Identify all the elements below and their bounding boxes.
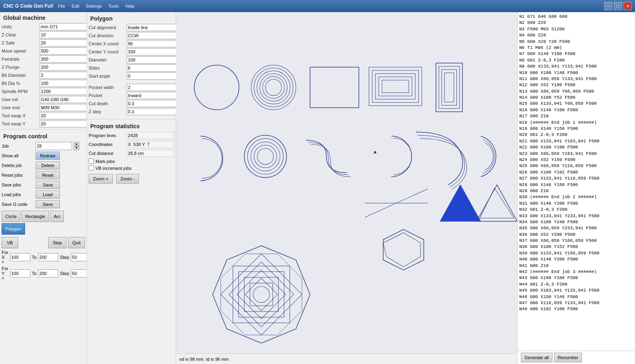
quit-button[interactable]: Quit bbox=[68, 237, 85, 248]
gcode-line: N38 G00 X100 Y152 F500 bbox=[519, 244, 633, 250]
gcode-line: N29 G00 Z10 bbox=[519, 188, 633, 194]
bitdiam-input[interactable] bbox=[40, 72, 87, 79]
menu-help[interactable]: Help bbox=[125, 4, 134, 8]
show-all-row: Show all Redraw bbox=[0, 151, 87, 161]
cut-distance-row: Cut distance 28,8 cm bbox=[87, 149, 176, 158]
start-angle-row: Start angle bbox=[87, 72, 176, 80]
circle-button[interactable]: Circle bbox=[2, 211, 20, 222]
toolswapx-input[interactable] bbox=[40, 112, 87, 119]
zclear-input[interactable] bbox=[40, 31, 87, 38]
mark-jobs-checkbox[interactable] bbox=[89, 159, 94, 164]
gcode-line: N41 G00 Z10 bbox=[519, 263, 633, 269]
zplunge-input[interactable] bbox=[40, 63, 87, 71]
menu-edit[interactable]: Edit bbox=[72, 4, 79, 8]
gcode-line: N30 (###### End job 2 ######) bbox=[519, 194, 633, 200]
zoom-plus-button[interactable]: Zoom + bbox=[89, 174, 113, 184]
save-jobs-button[interactable]: Save bbox=[36, 181, 60, 189]
job-spinner[interactable]: ▲ ▼ bbox=[74, 142, 79, 150]
reset-button[interactable]: Reset bbox=[36, 171, 60, 179]
reset-jobs-row: Reset jobs Reset bbox=[0, 170, 87, 180]
zsafe-label: Z Safe bbox=[2, 40, 38, 45]
for-x-step[interactable] bbox=[71, 253, 87, 261]
close-button[interactable]: ✕ bbox=[624, 2, 632, 10]
gcode-line: N6 T1 M06 (2 mm) bbox=[519, 45, 633, 51]
gcode-line: N7 G00 X148 Y100 F500 bbox=[519, 51, 633, 57]
save-jobs-row: Save jobs Save bbox=[0, 180, 87, 190]
shape-buttons-row: Circle Rectangle Arc Polygon bbox=[0, 209, 87, 236]
menu-settings[interactable]: Settings bbox=[86, 4, 102, 8]
cut-align-label: Cut alignment bbox=[89, 25, 125, 30]
arc-button[interactable]: Arc bbox=[50, 211, 64, 222]
vb-button[interactable]: VB bbox=[2, 237, 18, 248]
job-spin-down[interactable]: ▼ bbox=[74, 146, 79, 150]
program-lines-value: 2428 bbox=[127, 132, 174, 139]
mark-jobs-label: Mark jobs bbox=[96, 159, 115, 164]
for-x-to-label: To bbox=[32, 255, 37, 260]
pocket-label: Pocket bbox=[89, 93, 125, 98]
vb-increment-checkbox[interactable] bbox=[89, 165, 94, 171]
job-input[interactable] bbox=[36, 142, 72, 150]
redraw-button[interactable]: Redraw bbox=[36, 152, 60, 160]
zsafe-input[interactable] bbox=[40, 39, 87, 47]
units-input[interactable] bbox=[40, 23, 87, 30]
center-x-label: Center X coord bbox=[89, 41, 125, 46]
menu-file[interactable]: File bbox=[58, 4, 65, 8]
gcode-line: N5 G00 X20 Y20 F500 bbox=[519, 39, 633, 45]
gcode-line: N40 G00 X148 Y200 F500 bbox=[519, 256, 633, 262]
sides-label: Sides bbox=[89, 66, 125, 70]
zclear-row: Z Clear bbox=[0, 31, 87, 39]
delete-job-label: Delete job bbox=[2, 163, 34, 168]
for-x-to[interactable] bbox=[38, 253, 58, 261]
for-y-step[interactable] bbox=[71, 269, 87, 277]
minimize-button[interactable]: ─ bbox=[604, 2, 612, 10]
svg-point-23 bbox=[374, 151, 376, 154]
z-step-row: Z step bbox=[87, 108, 176, 116]
for-y-row: For Y = To Step bbox=[0, 265, 87, 281]
spindle-label: Spindle RPM bbox=[2, 89, 38, 94]
movespeed-label: Move speed bbox=[2, 49, 38, 53]
gcode-line: N4 G00 Z20 bbox=[519, 32, 633, 38]
toolswapy-input[interactable] bbox=[40, 120, 87, 127]
bitdiam-row: Bit Diameter bbox=[0, 71, 87, 79]
left-panel: Global machine Units Z Clear Z Safe Move… bbox=[0, 12, 87, 364]
menu-tools[interactable]: Tools bbox=[108, 4, 119, 8]
gcode-display[interactable]: N1 G71 G40 G80 G90N2 G00 Z20N3 F500 M03 … bbox=[518, 12, 635, 351]
bitdiapct-input[interactable] bbox=[40, 80, 87, 87]
drawing-canvas[interactable] bbox=[176, 12, 517, 353]
userend-input[interactable] bbox=[40, 104, 87, 111]
gcode-line: N17 G00 Z10 bbox=[519, 113, 633, 119]
for-y-label: For Y = bbox=[2, 266, 8, 281]
userinit-input[interactable] bbox=[40, 96, 87, 103]
spindle-input[interactable] bbox=[40, 88, 87, 95]
gcode-line: N10 G00 X100 Y148 F500 bbox=[519, 70, 633, 76]
feedrate-input[interactable] bbox=[40, 55, 87, 63]
units-row: Units bbox=[0, 23, 87, 31]
zplunge-row: Z Plunge bbox=[0, 63, 87, 71]
save-gcode-label: Save G code bbox=[2, 202, 34, 207]
renumber-button[interactable]: Renumber bbox=[554, 353, 582, 362]
gcode-line: N18 (###### End job 1 ######) bbox=[519, 120, 633, 126]
save-gcode-button[interactable]: Save bbox=[36, 200, 60, 208]
load-button[interactable]: Load bbox=[36, 190, 60, 199]
delete-button[interactable]: Delete bbox=[36, 161, 60, 169]
gcode-line: N24 G00 X52 Y150 F500 bbox=[519, 157, 633, 163]
for-y-to[interactable] bbox=[38, 269, 58, 277]
generate-all-button[interactable]: Generate all bbox=[521, 353, 552, 362]
save-jobs-label: Save jobs bbox=[2, 182, 34, 187]
zoom-minus-button[interactable]: Zoom - bbox=[116, 174, 139, 184]
movespeed-input[interactable] bbox=[40, 47, 87, 55]
polygon-button[interactable]: Polygon bbox=[2, 223, 25, 235]
toolswapx-label: Tool swap X bbox=[2, 113, 38, 118]
diameter-label: Diameter bbox=[89, 57, 125, 62]
cut-dir-row: Cut direction bbox=[87, 32, 176, 40]
gcode-line: N34 G00 X100 Y248 F500 bbox=[519, 219, 633, 225]
zplunge-label: Z Plunge bbox=[2, 65, 38, 70]
rectangle-button[interactable]: Rectangle bbox=[21, 211, 49, 222]
for-x-from[interactable] bbox=[10, 253, 30, 261]
gcode-line: N47 G00 X116,059 Y133,941 F500 bbox=[519, 300, 633, 306]
maximize-button[interactable]: □ bbox=[614, 2, 622, 10]
for-y-from[interactable] bbox=[10, 269, 30, 277]
stop-button[interactable]: Stop bbox=[48, 237, 66, 248]
job-spin-up[interactable]: ▲ bbox=[74, 142, 79, 146]
polygon-title: Polygon bbox=[87, 13, 176, 23]
